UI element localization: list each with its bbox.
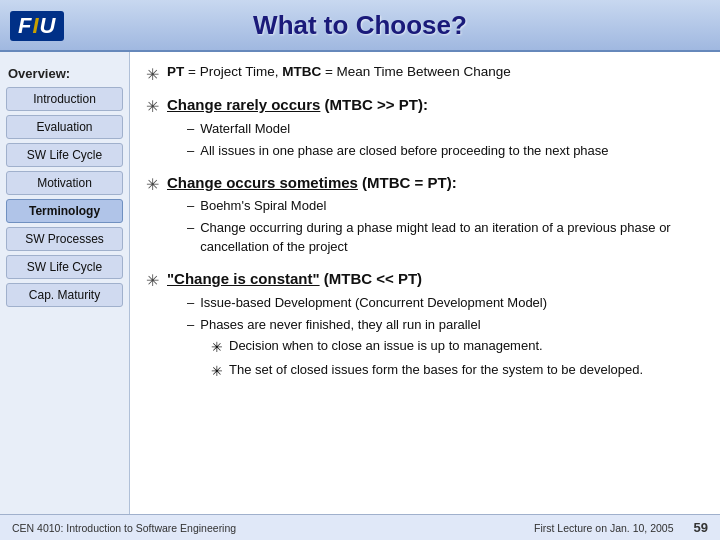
sub-item-2-2: – All issues in one phase are closed bef… — [187, 142, 704, 161]
bullet-section-1: ✳ PT = Project Time, MTBC = Mean Time Be… — [146, 62, 704, 86]
bullet-text-4: "Change is constant" (MTBC << PT) – Issu… — [167, 268, 704, 384]
sub-item-text-4-2: Phases are never finished, they all run … — [200, 316, 480, 335]
footer-course: CEN 4010: Introduction to Software Engin… — [12, 522, 236, 534]
nested-item-4-1: ✳ Decision when to close an issue is up … — [211, 337, 704, 357]
bullet-row-1: ✳ PT = Project Time, MTBC = Mean Time Be… — [146, 62, 704, 86]
sidebar-item-cap-maturity[interactable]: Cap. Maturity — [6, 283, 123, 307]
heading-2-underline: Change rarely occurs — [167, 96, 320, 113]
heading-4-underline: "Change is constant" — [167, 270, 320, 287]
bullet-symbol-2: ✳ — [146, 95, 159, 118]
nested-item-text-4-2: The set of closed issues form the bases … — [229, 361, 643, 380]
bullet-section-3: ✳ Change occurs sometimes (MTBC = PT): –… — [146, 172, 704, 260]
content-area: ✳ PT = Project Time, MTBC = Mean Time Be… — [130, 52, 720, 540]
dash-icon-2-1: – — [187, 120, 194, 139]
nested-bullet-icon-4-2: ✳ — [211, 361, 223, 381]
nested-bullet-icon-4-1: ✳ — [211, 337, 223, 357]
sub-item-text-2-1: Waterfall Model — [200, 120, 290, 139]
heading-3: Change occurs sometimes (MTBC = PT): — [167, 174, 457, 191]
footer: CEN 4010: Introduction to Software Engin… — [0, 514, 720, 540]
header: FIU What to Choose? — [0, 0, 720, 52]
sidebar-item-terminology[interactable]: Terminology — [6, 199, 123, 223]
sidebar-item-evaluation[interactable]: Evaluation — [6, 115, 123, 139]
bullet-row-2: ✳ Change rarely occurs (MTBC >> PT): – W… — [146, 94, 704, 163]
page-title: What to Choose? — [253, 10, 467, 41]
sidebar-item-motivation[interactable]: Motivation — [6, 171, 123, 195]
nested-list-4: ✳ Decision when to close an issue is up … — [211, 337, 704, 381]
heading-4-bold: (MTBC << PT) — [320, 270, 423, 287]
sub-item-text-3-1: Boehm's Spiral Model — [200, 197, 326, 216]
footer-right: First Lecture on Jan. 10, 2005 59 — [534, 520, 708, 535]
bullet-row-3: ✳ Change occurs sometimes (MTBC = PT): –… — [146, 172, 704, 260]
nested-item-4-2: ✳ The set of closed issues form the base… — [211, 361, 704, 381]
bullet-row-4: ✳ "Change is constant" (MTBC << PT) – Is… — [146, 268, 704, 384]
bullet-text-2: Change rarely occurs (MTBC >> PT): – Wat… — [167, 94, 704, 163]
sub-item-3-1: – Boehm's Spiral Model — [187, 197, 704, 216]
fiu-logo-text: FIU — [10, 11, 64, 41]
footer-date: First Lecture on Jan. 10, 2005 — [534, 522, 674, 534]
sub-list-2: – Waterfall Model – All issues in one ph… — [187, 120, 704, 161]
sub-item-text-2-2: All issues in one phase are closed befor… — [200, 142, 608, 161]
sub-item-text-4-1: Issue-based Development (Concurrent Deve… — [200, 294, 547, 313]
sidebar-item-introduction[interactable]: Introduction — [6, 87, 123, 111]
sub-list-4: – Issue-based Development (Concurrent De… — [187, 294, 704, 381]
sidebar-overview-label: Overview: — [0, 60, 129, 85]
nested-item-text-4-1: Decision when to close an issue is up to… — [229, 337, 543, 356]
sidebar-item-sw-life-cycle-1[interactable]: SW Life Cycle — [6, 143, 123, 167]
dash-icon-3-2: – — [187, 219, 194, 238]
sidebar-item-sw-life-cycle-2[interactable]: SW Life Cycle — [6, 255, 123, 279]
sidebar-item-sw-processes[interactable]: SW Processes — [6, 227, 123, 251]
sub-item-text-3-2: Change occurring during a phase might le… — [200, 219, 704, 257]
heading-2-bold: (MTBC >> PT): — [320, 96, 428, 113]
heading-3-bold: (MTBC = PT): — [358, 174, 457, 191]
page-number: 59 — [694, 520, 708, 535]
bullet-section-4: ✳ "Change is constant" (MTBC << PT) – Is… — [146, 268, 704, 384]
dash-icon-3-1: – — [187, 197, 194, 216]
heading-4: "Change is constant" (MTBC << PT) — [167, 270, 422, 287]
bullet-text-3: Change occurs sometimes (MTBC = PT): – B… — [167, 172, 704, 260]
dash-icon-4-2: – — [187, 316, 194, 335]
dash-icon-4-1: – — [187, 294, 194, 313]
dash-icon-2-2: – — [187, 142, 194, 161]
heading-2: Change rarely occurs (MTBC >> PT): — [167, 96, 428, 113]
sub-item-2-1: – Waterfall Model — [187, 120, 704, 139]
bullet-text-1: PT = Project Time, MTBC = Mean Time Betw… — [167, 62, 704, 82]
bullet-symbol-4: ✳ — [146, 269, 159, 292]
sidebar: Overview: Introduction Evaluation SW Lif… — [0, 52, 130, 540]
bullet-symbol-3: ✳ — [146, 173, 159, 196]
sub-item-3-2: – Change occurring during a phase might … — [187, 219, 704, 257]
sub-item-4-1: – Issue-based Development (Concurrent De… — [187, 294, 704, 313]
bullet-symbol-1: ✳ — [146, 63, 159, 86]
sub-list-3: – Boehm's Spiral Model – Change occurrin… — [187, 197, 704, 257]
bullet-section-2: ✳ Change rarely occurs (MTBC >> PT): – W… — [146, 94, 704, 163]
sub-item-4-2: – Phases are never finished, they all ru… — [187, 316, 704, 335]
logo: FIU — [10, 4, 130, 48]
heading-3-underline: Change occurs sometimes — [167, 174, 358, 191]
main-container: Overview: Introduction Evaluation SW Lif… — [0, 52, 720, 540]
